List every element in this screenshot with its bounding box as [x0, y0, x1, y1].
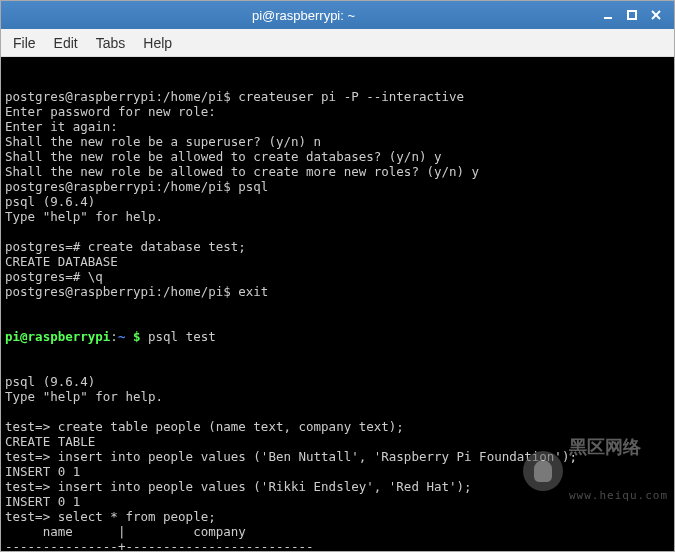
prompt-command: psql test [148, 329, 216, 344]
terminal-line: test=> create table people (name text, c… [5, 419, 670, 434]
titlebar: pi@raspberrypi: ~ [1, 1, 674, 29]
terminal-line: postgres@raspberrypi:/home/pi$ exit [5, 284, 670, 299]
terminal-line: Type "help" for help. [5, 209, 670, 224]
terminal-line: test=> insert into people values ('Ben N… [5, 449, 670, 464]
menu-help[interactable]: Help [143, 35, 172, 51]
terminal-line: test=> insert into people values ('Rikki… [5, 479, 670, 494]
close-button[interactable] [646, 5, 666, 25]
terminal-line: CREATE TABLE [5, 434, 670, 449]
terminal-line: psql (9.6.4) [5, 374, 670, 389]
terminal-line [5, 404, 670, 419]
terminal-line: ---------------+------------------------… [5, 539, 670, 551]
terminal-output-2: psql (9.6.4)Type "help" for help. test=>… [5, 374, 670, 551]
terminal-line: postgres@raspberrypi:/home/pi$ psql [5, 179, 670, 194]
terminal-line: postgres=# create database test; [5, 239, 670, 254]
terminal-line: postgres@raspberrypi:/home/pi$ createuse… [5, 89, 670, 104]
terminal-line: postgres=# \q [5, 269, 670, 284]
terminal-line: Shall the new role be allowed to create … [5, 164, 670, 179]
terminal-line: CREATE DATABASE [5, 254, 670, 269]
maximize-icon [626, 9, 638, 21]
terminal-viewport[interactable]: postgres@raspberrypi:/home/pi$ createuse… [1, 57, 674, 551]
window-title: pi@raspberrypi: ~ [9, 8, 598, 23]
terminal-line: INSERT 0 1 [5, 464, 670, 479]
menu-file[interactable]: File [13, 35, 36, 51]
terminal-line: Enter it again: [5, 119, 670, 134]
maximize-button[interactable] [622, 5, 642, 25]
menu-edit[interactable]: Edit [54, 35, 78, 51]
terminal-line: test=> select * from people; [5, 509, 670, 524]
terminal-prompt-line: pi@raspberrypi:~ $ psql test [5, 329, 670, 344]
window-controls [598, 5, 666, 25]
menubar: File Edit Tabs Help [1, 29, 674, 57]
terminal-line: name | company [5, 524, 670, 539]
prompt-sep: : [110, 329, 118, 344]
svg-rect-1 [628, 11, 636, 19]
prompt-user-host: pi@raspberrypi [5, 329, 110, 344]
prompt-dollar: $ [125, 329, 148, 344]
terminal-line: psql (9.6.4) [5, 194, 670, 209]
menu-tabs[interactable]: Tabs [96, 35, 126, 51]
terminal-window: pi@raspberrypi: ~ File Edit Tabs Help po… [0, 0, 675, 552]
minimize-icon [602, 9, 614, 21]
terminal-line: Shall the new role be a superuser? (y/n)… [5, 134, 670, 149]
terminal-line: Enter password for new role: [5, 104, 670, 119]
terminal-line: Type "help" for help. [5, 389, 670, 404]
terminal-line: Shall the new role be allowed to create … [5, 149, 670, 164]
terminal-line: INSERT 0 1 [5, 494, 670, 509]
terminal-line [5, 224, 670, 239]
close-icon [650, 9, 662, 21]
minimize-button[interactable] [598, 5, 618, 25]
terminal-output-1: postgres@raspberrypi:/home/pi$ createuse… [5, 89, 670, 299]
